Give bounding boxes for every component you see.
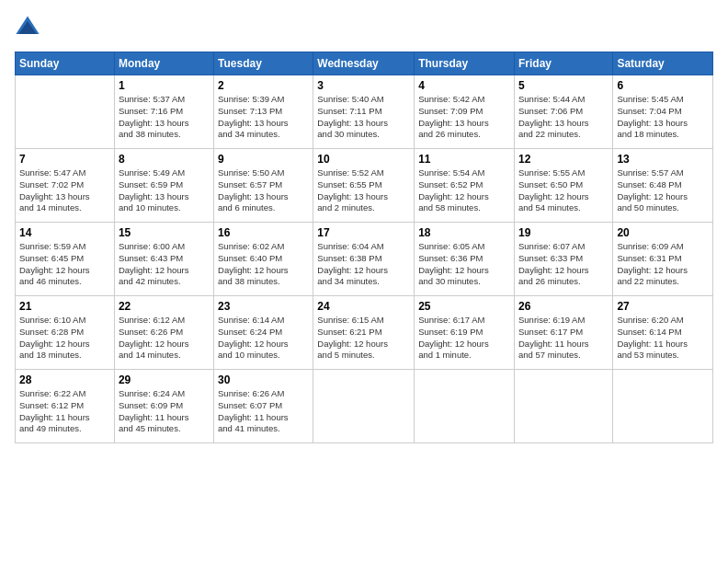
day-info: Sunrise: 6:02 AM Sunset: 6:40 PM Dayligh… — [218, 241, 309, 288]
weekday-header: SundayMondayTuesdayWednesdayThursdayFrid… — [16, 52, 713, 75]
day-number: 17 — [317, 226, 410, 239]
calendar-cell: 12Sunrise: 5:55 AM Sunset: 6:50 PM Dayli… — [514, 149, 612, 223]
weekday-tuesday: Tuesday — [214, 52, 313, 75]
day-info: Sunrise: 6:14 AM Sunset: 6:24 PM Dayligh… — [218, 315, 309, 362]
day-info: Sunrise: 6:05 AM Sunset: 6:36 PM Dayligh… — [418, 241, 510, 288]
day-info: Sunrise: 6:00 AM Sunset: 6:43 PM Dayligh… — [119, 241, 210, 288]
calendar-cell: 28Sunrise: 6:22 AM Sunset: 6:12 PM Dayli… — [16, 370, 115, 443]
day-number: 6 — [617, 79, 709, 92]
calendar-cell: 24Sunrise: 6:15 AM Sunset: 6:21 PM Dayli… — [313, 296, 415, 370]
calendar-cell: 21Sunrise: 6:10 AM Sunset: 6:28 PM Dayli… — [16, 296, 115, 370]
day-info: Sunrise: 6:10 AM Sunset: 6:28 PM Dayligh… — [19, 315, 110, 362]
day-number: 21 — [19, 300, 110, 313]
day-info: Sunrise: 5:45 AM Sunset: 7:04 PM Dayligh… — [617, 94, 709, 141]
calendar-cell: 19Sunrise: 6:07 AM Sunset: 6:33 PM Dayli… — [514, 223, 612, 296]
calendar-cell: 18Sunrise: 6:05 AM Sunset: 6:36 PM Dayli… — [415, 223, 515, 296]
day-number: 7 — [19, 153, 110, 166]
calendar-cell — [613, 370, 713, 443]
day-number: 2 — [218, 79, 309, 92]
day-number: 16 — [218, 226, 309, 239]
calendar-cell: 10Sunrise: 5:52 AM Sunset: 6:55 PM Dayli… — [313, 149, 415, 223]
page: SundayMondayTuesdayWednesdayThursdayFrid… — [0, 0, 728, 563]
day-info: Sunrise: 5:57 AM Sunset: 6:48 PM Dayligh… — [617, 167, 709, 214]
weekday-saturday: Saturday — [613, 52, 713, 75]
day-info: Sunrise: 6:19 AM Sunset: 6:17 PM Dayligh… — [518, 315, 609, 362]
day-number: 30 — [218, 373, 309, 386]
calendar-cell: 9Sunrise: 5:50 AM Sunset: 6:57 PM Daylig… — [214, 149, 313, 223]
calendar-cell: 7Sunrise: 5:47 AM Sunset: 7:02 PM Daylig… — [16, 149, 115, 223]
logo-icon — [15, 15, 40, 40]
calendar-cell — [16, 75, 115, 149]
week-row-3: 21Sunrise: 6:10 AM Sunset: 6:28 PM Dayli… — [16, 296, 713, 370]
day-number: 14 — [19, 226, 110, 239]
logo — [15, 15, 44, 40]
calendar-cell: 17Sunrise: 6:04 AM Sunset: 6:38 PM Dayli… — [313, 223, 415, 296]
day-info: Sunrise: 6:07 AM Sunset: 6:33 PM Dayligh… — [518, 241, 609, 288]
day-info: Sunrise: 5:40 AM Sunset: 7:11 PM Dayligh… — [317, 94, 410, 141]
day-info: Sunrise: 5:49 AM Sunset: 6:59 PM Dayligh… — [119, 167, 210, 214]
day-number: 10 — [317, 153, 410, 166]
calendar-cell — [313, 370, 415, 443]
day-number: 25 — [418, 300, 510, 313]
day-number: 18 — [418, 226, 510, 239]
weekday-sunday: Sunday — [16, 52, 115, 75]
day-number: 22 — [119, 300, 210, 313]
weekday-thursday: Thursday — [415, 52, 515, 75]
day-number: 29 — [119, 373, 210, 386]
day-number: 20 — [617, 226, 709, 239]
calendar-cell: 26Sunrise: 6:19 AM Sunset: 6:17 PM Dayli… — [514, 296, 612, 370]
week-row-1: 7Sunrise: 5:47 AM Sunset: 7:02 PM Daylig… — [16, 149, 713, 223]
calendar-cell: 2Sunrise: 5:39 AM Sunset: 7:13 PM Daylig… — [214, 75, 313, 149]
day-number: 5 — [518, 79, 609, 92]
calendar-cell: 8Sunrise: 5:49 AM Sunset: 6:59 PM Daylig… — [114, 149, 213, 223]
day-info: Sunrise: 5:42 AM Sunset: 7:09 PM Dayligh… — [418, 94, 510, 141]
calendar-cell: 16Sunrise: 6:02 AM Sunset: 6:40 PM Dayli… — [214, 223, 313, 296]
day-info: Sunrise: 5:54 AM Sunset: 6:52 PM Dayligh… — [418, 167, 510, 214]
calendar-cell: 30Sunrise: 6:26 AM Sunset: 6:07 PM Dayli… — [214, 370, 313, 443]
calendar-cell: 29Sunrise: 6:24 AM Sunset: 6:09 PM Dayli… — [114, 370, 213, 443]
day-info: Sunrise: 5:44 AM Sunset: 7:06 PM Dayligh… — [518, 94, 609, 141]
day-info: Sunrise: 6:04 AM Sunset: 6:38 PM Dayligh… — [317, 241, 410, 288]
calendar-cell: 20Sunrise: 6:09 AM Sunset: 6:31 PM Dayli… — [613, 223, 713, 296]
week-row-2: 14Sunrise: 5:59 AM Sunset: 6:45 PM Dayli… — [16, 223, 713, 296]
calendar-cell: 22Sunrise: 6:12 AM Sunset: 6:26 PM Dayli… — [114, 296, 213, 370]
day-info: Sunrise: 5:52 AM Sunset: 6:55 PM Dayligh… — [317, 167, 410, 214]
day-number: 24 — [317, 300, 410, 313]
day-info: Sunrise: 5:37 AM Sunset: 7:16 PM Dayligh… — [119, 94, 210, 141]
day-number: 11 — [418, 153, 510, 166]
calendar-cell: 11Sunrise: 5:54 AM Sunset: 6:52 PM Dayli… — [415, 149, 515, 223]
day-info: Sunrise: 5:59 AM Sunset: 6:45 PM Dayligh… — [19, 241, 110, 288]
calendar-cell: 5Sunrise: 5:44 AM Sunset: 7:06 PM Daylig… — [514, 75, 612, 149]
week-row-4: 28Sunrise: 6:22 AM Sunset: 6:12 PM Dayli… — [16, 370, 713, 443]
week-row-0: 1Sunrise: 5:37 AM Sunset: 7:16 PM Daylig… — [16, 75, 713, 149]
day-number: 19 — [518, 226, 609, 239]
weekday-wednesday: Wednesday — [313, 52, 415, 75]
day-info: Sunrise: 6:26 AM Sunset: 6:07 PM Dayligh… — [218, 388, 309, 435]
calendar-cell: 4Sunrise: 5:42 AM Sunset: 7:09 PM Daylig… — [415, 75, 515, 149]
header — [15, 15, 713, 40]
day-number: 1 — [119, 79, 210, 92]
day-number: 15 — [119, 226, 210, 239]
day-number: 27 — [617, 300, 709, 313]
day-number: 8 — [119, 153, 210, 166]
day-info: Sunrise: 6:12 AM Sunset: 6:26 PM Dayligh… — [119, 315, 210, 362]
day-number: 12 — [518, 153, 609, 166]
day-number: 28 — [19, 373, 110, 386]
day-info: Sunrise: 6:15 AM Sunset: 6:21 PM Dayligh… — [317, 315, 410, 362]
calendar-cell: 1Sunrise: 5:37 AM Sunset: 7:16 PM Daylig… — [114, 75, 213, 149]
day-info: Sunrise: 6:09 AM Sunset: 6:31 PM Dayligh… — [617, 241, 709, 288]
day-number: 26 — [518, 300, 609, 313]
day-number: 4 — [418, 79, 510, 92]
calendar-cell: 13Sunrise: 5:57 AM Sunset: 6:48 PM Dayli… — [613, 149, 713, 223]
calendar-cell: 15Sunrise: 6:00 AM Sunset: 6:43 PM Dayli… — [114, 223, 213, 296]
weekday-friday: Friday — [514, 52, 612, 75]
day-info: Sunrise: 5:47 AM Sunset: 7:02 PM Dayligh… — [19, 167, 110, 214]
calendar-cell — [415, 370, 515, 443]
calendar-cell: 23Sunrise: 6:14 AM Sunset: 6:24 PM Dayli… — [214, 296, 313, 370]
day-info: Sunrise: 6:22 AM Sunset: 6:12 PM Dayligh… — [19, 388, 110, 435]
day-info: Sunrise: 6:24 AM Sunset: 6:09 PM Dayligh… — [119, 388, 210, 435]
calendar-body: 1Sunrise: 5:37 AM Sunset: 7:16 PM Daylig… — [16, 75, 713, 443]
calendar-cell: 27Sunrise: 6:20 AM Sunset: 6:14 PM Dayli… — [613, 296, 713, 370]
day-info: Sunrise: 5:55 AM Sunset: 6:50 PM Dayligh… — [518, 167, 609, 214]
calendar-cell: 6Sunrise: 5:45 AM Sunset: 7:04 PM Daylig… — [613, 75, 713, 149]
